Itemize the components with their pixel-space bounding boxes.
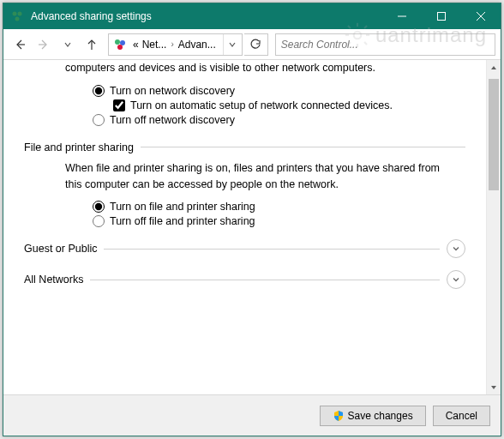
svg-rect-4 [438,13,446,21]
window-title: Advanced sharing settings [31,10,382,22]
svg-point-2 [15,17,20,21]
expander-label: All Networks [24,274,83,286]
expander-guest[interactable]: Guest or Public [24,239,465,258]
maximize-button[interactable] [422,3,461,29]
cancel-button[interactable]: Cancel [433,406,490,426]
search-box[interactable] [275,33,495,56]
svg-point-10 [115,39,120,45]
scroll-down-icon[interactable] [487,380,501,394]
close-button[interactable] [461,3,501,29]
app-icon [10,9,24,23]
search-input[interactable] [281,39,489,51]
radio-label: Turn on network discovery [110,85,235,97]
radio-label: Turn off network discovery [110,114,235,126]
divider [141,147,465,147]
button-label: Save changes [348,410,413,422]
expander-all-networks[interactable]: All Networks [24,270,465,289]
radio-net-off[interactable]: Turn off network discovery [93,114,465,126]
window: Advanced sharing settings « Net... › Adv… [3,3,501,436]
radio-label: Turn on file and printer sharing [110,201,255,213]
expander-label: Guest or Public [24,243,97,255]
svg-point-11 [120,40,125,45]
checkbox-label: Turn on automatic setup of network conne… [130,99,393,111]
scroll-up-icon[interactable] [487,60,501,75]
up-button[interactable] [81,33,103,56]
titlebar: Advanced sharing settings [3,3,501,29]
window-controls [382,3,501,29]
navbar: « Net... › Advan... [3,29,501,60]
radio-input[interactable] [93,85,105,97]
content-area: computers and devices and is visible to … [3,60,501,394]
svg-point-0 [13,12,17,16]
section-desc: When file and printer sharing is on, fil… [65,160,445,193]
forward-button[interactable] [33,33,55,56]
radio-net-on[interactable]: Turn on network discovery [93,85,465,97]
refresh-button[interactable] [244,33,268,56]
address-dropdown[interactable] [223,34,242,55]
radio-fps-off[interactable]: Turn off file and printer sharing [93,215,465,227]
footer: Save changes Cancel [3,394,501,436]
address-bar[interactable]: « Net... › Advan... [108,33,243,56]
location-icon [111,35,129,54]
chevron-down-icon[interactable] [447,270,465,289]
radio-label: Turn off file and printer sharing [110,215,255,227]
radio-fps-on[interactable]: Turn on file and printer sharing [93,201,465,213]
minimize-button[interactable] [382,3,422,29]
divider [104,249,440,250]
svg-point-1 [18,12,22,16]
shield-icon [333,410,345,422]
checkbox-auto-setup[interactable]: Turn on automatic setup of network conne… [113,99,465,111]
radio-input[interactable] [93,114,105,126]
breadcrumb-prefix: « [131,39,141,51]
checkbox-input[interactable] [113,99,125,111]
section-title: File and printer sharing [24,141,134,153]
chevron-right-icon[interactable]: › [168,39,176,49]
breadcrumb-item[interactable]: Net... [141,39,169,51]
intro-text: computers and devices and is visible to … [65,60,445,76]
section-file-printer: File and printer sharing [24,141,465,153]
save-button[interactable]: Save changes [320,406,426,426]
radio-input[interactable] [93,201,105,213]
button-label: Cancel [446,410,477,422]
svg-point-12 [117,45,123,50]
scrollbar[interactable] [486,60,501,394]
recent-dropdown[interactable] [57,33,79,56]
divider [90,280,440,280]
breadcrumb-item[interactable]: Advan... [177,39,218,51]
back-button[interactable] [9,33,31,56]
chevron-down-icon[interactable] [447,239,465,258]
scroll-thumb[interactable] [489,79,499,190]
radio-input[interactable] [93,215,105,227]
